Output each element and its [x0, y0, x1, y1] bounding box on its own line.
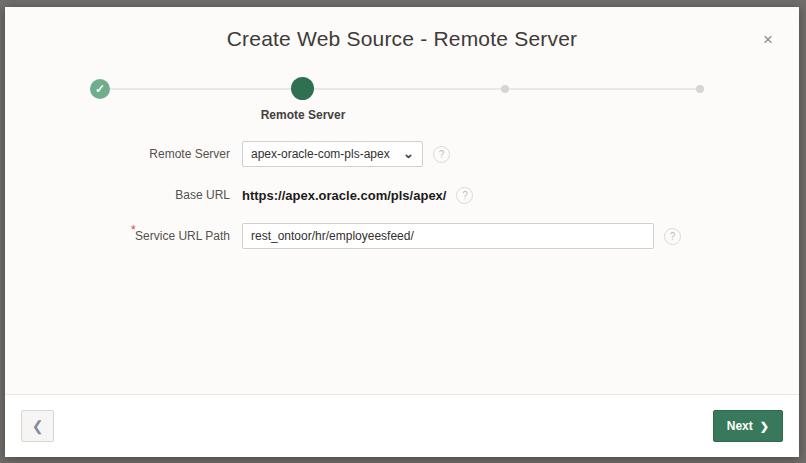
dialog-footer: ❮ Next ❯ [5, 394, 799, 457]
base-url-help-icon[interactable]: ? [456, 187, 473, 204]
required-marker: * [131, 223, 136, 237]
chevron-right-icon: ❯ [760, 420, 769, 433]
service-url-path-label-text: Service URL Path [135, 229, 230, 243]
remote-server-label: Remote Server [5, 147, 242, 161]
wizard-stepper: ✓ Remote Server [5, 7, 799, 132]
remote-server-select[interactable]: apex-oracle-com-pls-apex ⌄ [242, 141, 423, 167]
current-step-label: Remote Server [203, 108, 403, 122]
service-url-path-input[interactable] [242, 223, 654, 249]
next-button-label: Next [727, 419, 753, 433]
step-4-pending [696, 85, 704, 93]
create-web-source-dialog: Create Web Source - Remote Server × ✓ Re… [5, 7, 799, 457]
stepper-line [100, 88, 700, 90]
chevron-down-icon: ⌄ [403, 149, 414, 159]
base-url-label: Base URL [5, 188, 242, 202]
step-1-completed: ✓ [90, 79, 110, 99]
remote-server-help-icon[interactable]: ? [433, 146, 450, 163]
base-url-row: Base URL https://apex.oracle.com/pls/ape… [5, 182, 799, 208]
service-url-path-help-icon[interactable]: ? [664, 228, 681, 245]
back-button[interactable]: ❮ [21, 410, 54, 442]
web-source-form: Remote Server apex-oracle-com-pls-apex ⌄… [5, 141, 799, 264]
service-url-path-row: * Service URL Path ? [5, 223, 799, 249]
remote-server-selected-value: apex-oracle-com-pls-apex [251, 147, 397, 161]
step-3-pending [501, 85, 509, 93]
next-button[interactable]: Next ❯ [713, 410, 783, 442]
check-icon: ✓ [95, 82, 105, 96]
step-2-current [291, 77, 314, 100]
remote-server-row: Remote Server apex-oracle-com-pls-apex ⌄… [5, 141, 799, 167]
chevron-left-icon: ❮ [32, 418, 44, 434]
service-url-path-label: * Service URL Path [5, 229, 242, 243]
base-url-value: https://apex.oracle.com/pls/apex/ [242, 188, 446, 203]
